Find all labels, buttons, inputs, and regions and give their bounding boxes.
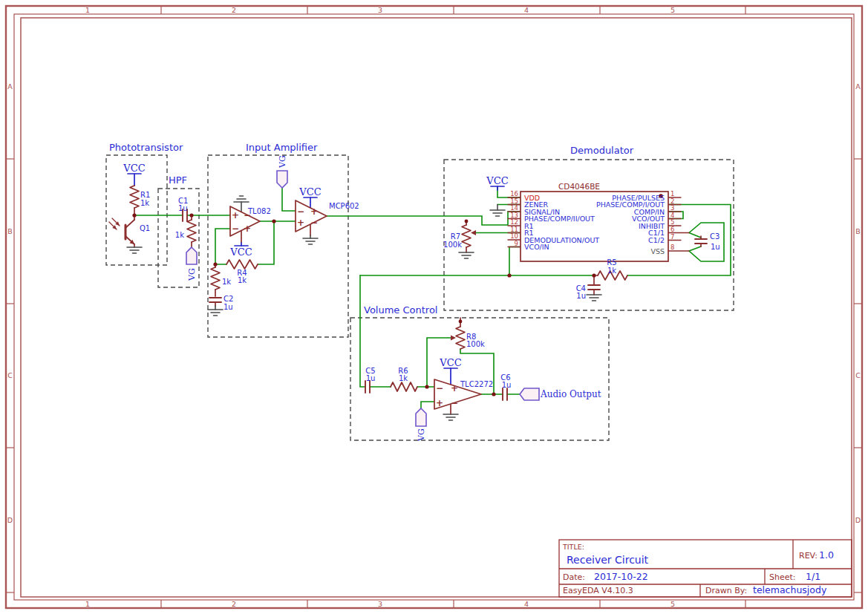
resistor-hpf-1k[interactable]: 1k: [175, 215, 196, 247]
drawn-by-label: Drawn By:: [705, 586, 747, 595]
svg-text:2: 2: [670, 197, 674, 205]
schematic-title[interactable]: Receiver Circuit: [567, 554, 649, 566]
date-value[interactable]: 2017-10-22: [594, 571, 648, 582]
capacitor-c6[interactable]: C6 1u: [500, 373, 511, 400]
svg-text:1: 1: [670, 190, 674, 197]
vcc-symbol-phototransistor[interactable]: VCC: [123, 163, 145, 186]
vcc-symbol-tl082[interactable]: VCC: [229, 243, 252, 258]
mcp602-ref: MCP602: [329, 202, 359, 210]
vcc-net-label: VCC: [229, 246, 252, 258]
svg-text:PHASE/COMP/II/OUT: PHASE/COMP/II/OUT: [524, 215, 595, 223]
potentiometer-r8[interactable]: R8 100k: [451, 318, 485, 349]
capacitor-c5[interactable]: C5 1u: [365, 367, 376, 393]
audio-output-label: Audio Output: [540, 389, 601, 399]
vg-net-label: VG: [187, 268, 197, 281]
resistor-feedback-1k[interactable]: 1k: [211, 264, 231, 296]
r7-ref: R7: [451, 232, 460, 241]
mcp602-vminus-mark: −: [310, 218, 318, 228]
r6-value: 1k: [399, 374, 408, 382]
svg-text:6: 6: [670, 226, 674, 233]
vcc-net-label: VCC: [123, 163, 145, 174]
svg-text:8: 8: [670, 244, 674, 251]
frame-col-2-bottom: 2: [232, 600, 236, 608]
frame-col-3-bottom: 3: [378, 600, 382, 608]
ground-tl082-top: [234, 196, 249, 202]
frame-row-c-right: C: [855, 371, 861, 379]
svg-text:VCO/IN: VCO/IN: [524, 243, 549, 251]
capacitor-c2[interactable]: C2 1u: [209, 295, 233, 311]
rev-value[interactable]: 1.0: [819, 549, 834, 561]
opamp-mcp602[interactable]: − + + − MCP602: [296, 200, 359, 235]
svg-text:3: 3: [670, 204, 674, 212]
mcp602-vplus-mark: +: [310, 206, 318, 217]
frame-col-4-bottom: 4: [524, 600, 529, 608]
c6-value: 1u: [502, 381, 512, 389]
ground-r7: [459, 252, 474, 258]
sheet-label: Sheet:: [769, 572, 796, 582]
r5-value: 1k: [607, 267, 616, 275]
cd4046be-right-pin-numbers: 1 2 3 4 5 6 7 8: [670, 190, 674, 251]
capacitor-c1[interactable]: C1 1u: [178, 197, 188, 221]
tlc2272-vplus-mark: +: [451, 383, 458, 393]
c1-value: 1u: [178, 204, 188, 212]
capacitor-c4[interactable]: C4 1u: [576, 275, 600, 300]
svg-text:13: 13: [510, 212, 518, 219]
potentiometer-r7[interactable]: R7 100k: [443, 220, 476, 252]
c5-value: 1u: [366, 374, 376, 382]
vg-port-mcp602[interactable]: VG: [277, 155, 287, 188]
r1-ref: R1: [140, 191, 150, 199]
opamp-tl082[interactable]: + − − + TL082: [230, 202, 271, 243]
svg-text:9: 9: [515, 240, 518, 247]
tlc2272-input-minus-mark: −: [436, 383, 443, 393]
tlc2272-input-plus-mark: +: [436, 398, 443, 408]
mcp602-input-minus-mark: −: [297, 206, 304, 217]
svg-text:15: 15: [510, 197, 518, 205]
c3-value: 1u: [711, 243, 720, 251]
ground-tlc2272: [443, 414, 458, 420]
svg-text:14: 14: [510, 204, 518, 212]
software-version: EasyEDA V4.10.3: [563, 586, 633, 595]
vg-port-hpf[interactable]: VG: [186, 247, 197, 281]
frame-row-b-left: B: [7, 227, 13, 235]
frame-col-5-bottom: 5: [670, 600, 675, 608]
frame-row-c-left: C: [7, 371, 13, 379]
vg-net-label: VG: [417, 428, 426, 442]
cd4046be-name: CD4046BE: [558, 182, 600, 191]
ground-c4: [587, 295, 601, 301]
capacitor-c3[interactable]: C3 1u: [695, 232, 720, 251]
frame-col-1-bottom: 1: [85, 600, 90, 608]
resistor-r6[interactable]: R6 1k: [391, 367, 417, 391]
hpf-label: HPF: [169, 174, 187, 186]
q1-ref: Q1: [140, 224, 150, 232]
frame-row-a-left: A: [7, 82, 13, 91]
resistor-r4[interactable]: R4 1k: [226, 260, 258, 284]
drawn-by-value[interactable]: telemachusjody: [753, 584, 827, 595]
sheet-value[interactable]: 1/1: [806, 571, 820, 582]
title-block: TITLE: Receiver Circuit REV: 1.0 Date: 2…: [559, 540, 852, 597]
resistor-r1[interactable]: R1 1k: [130, 186, 150, 215]
frame-col-2-top: 2: [232, 6, 236, 14]
mcp602-input-plus-mark: +: [297, 218, 304, 228]
section-boxes: Phototransistor HPF Input Amplifier Demo…: [106, 142, 734, 440]
vg-net-label: VG: [278, 155, 287, 169]
audio-output-port[interactable]: Audio Output: [520, 388, 601, 400]
vcc-symbol-tlc2272[interactable]: VCC: [439, 357, 461, 385]
svg-text:12: 12: [510, 218, 518, 226]
svg-text:11: 11: [510, 226, 518, 233]
c3-ref: C3: [710, 232, 719, 241]
hpf-resistor-value: 1k: [175, 231, 184, 239]
ground-zener-pin: [490, 205, 505, 217]
opamp-tlc2272[interactable]: − + + − TLC2272: [434, 379, 493, 414]
vg-port-tlc2272[interactable]: VG: [416, 408, 426, 442]
rev-label: REV:: [799, 551, 818, 561]
date-label: Date:: [563, 572, 585, 582]
title-label: TITLE:: [562, 543, 584, 551]
svg-text:16: 16: [510, 190, 518, 197]
svg-text:4: 4: [670, 212, 674, 219]
phototransistor-q1[interactable]: Q1: [109, 215, 150, 247]
volume-control-box: [350, 318, 609, 440]
ic-cd4046be[interactable]: CD4046BE 16 15 14 13 12 11 10 9 VDD ZENE…: [508, 182, 689, 261]
vcc-symbol-demodulator[interactable]: VCC: [486, 175, 508, 190]
svg-text:10: 10: [510, 232, 518, 240]
svg-text:VSS: VSS: [650, 247, 665, 255]
